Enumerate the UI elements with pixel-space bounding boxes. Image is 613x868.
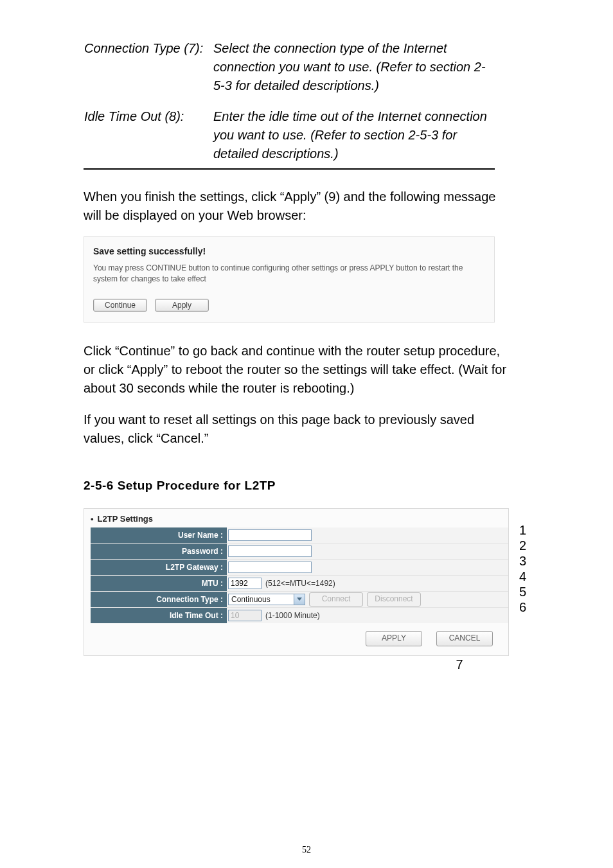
- mtu-hint: (512<=MTU<=1492): [265, 579, 335, 588]
- page-number: 52: [302, 845, 311, 855]
- password-input[interactable]: [228, 545, 312, 557]
- callout-3: 3: [519, 554, 526, 569]
- body-paragraph: Click “Continue” to go back and continue…: [84, 342, 508, 398]
- dialog-text: You may press CONTINUE button to continu…: [93, 263, 486, 285]
- password-label: Password :: [91, 544, 227, 559]
- connection-type-label: Connection Type :: [91, 592, 227, 607]
- connect-button[interactable]: Connect: [309, 592, 363, 607]
- continue-button[interactable]: Continue: [93, 299, 147, 312]
- callout-2: 2: [519, 538, 526, 553]
- section-heading: 2-5-6 Setup Procedure for L2TP: [84, 479, 542, 493]
- l2tp-gateway-label: L2TP Gateway :: [91, 560, 227, 575]
- mtu-label: MTU :: [91, 576, 227, 591]
- callout-7: 7: [84, 657, 613, 672]
- document-page: Connection Type (7): Select the connecti…: [0, 0, 613, 868]
- apply-button[interactable]: Apply: [155, 299, 209, 312]
- definition-desc: Enter the idle time out of the Internet …: [213, 107, 495, 169]
- l2tp-panel-title: L2TP Settings: [91, 514, 508, 524]
- connection-type-select[interactable]: Continuous: [228, 594, 305, 605]
- username-label: User Name :: [91, 527, 227, 543]
- disconnect-button[interactable]: Disconnect: [367, 592, 421, 607]
- body-paragraph: When you finish the settings, click “App…: [84, 188, 508, 225]
- callout-6: 6: [519, 600, 526, 615]
- definition-desc: Select the connection type of the Intern…: [213, 39, 495, 107]
- chevron-down-icon: [294, 594, 305, 605]
- dialog-button-row: Continue Apply: [93, 299, 486, 312]
- callout-4: 4: [519, 569, 526, 584]
- l2tp-cancel-button[interactable]: CANCEL: [436, 631, 493, 646]
- l2tp-apply-button[interactable]: APPLY: [366, 631, 422, 646]
- callout-1: 1: [519, 523, 526, 538]
- l2tp-settings-panel: L2TP Settings User Name : 1 Password : 2…: [84, 508, 509, 656]
- mtu-input[interactable]: [228, 578, 262, 589]
- idle-timeout-input[interactable]: [228, 610, 262, 621]
- idle-timeout-label: Idle Time Out :: [91, 608, 227, 623]
- username-input[interactable]: [228, 529, 312, 541]
- dialog-title: Save setting successfully!: [93, 246, 486, 256]
- save-settings-dialog: Save setting successfully! You may press…: [84, 236, 495, 323]
- l2tp-gateway-input[interactable]: [228, 562, 312, 573]
- l2tp-action-row: APPLY CANCEL: [91, 623, 508, 646]
- definition-label: Connection Type (7):: [84, 39, 213, 107]
- definition-label: Idle Time Out (8):: [84, 107, 213, 169]
- idle-timeout-hint: (1-1000 Minute): [265, 611, 320, 620]
- connection-type-value: Continuous: [231, 595, 271, 604]
- callout-5: 5: [519, 585, 526, 599]
- definition-table: Connection Type (7): Select the connecti…: [84, 39, 495, 170]
- body-paragraph: If you want to reset all settings on thi…: [84, 411, 508, 448]
